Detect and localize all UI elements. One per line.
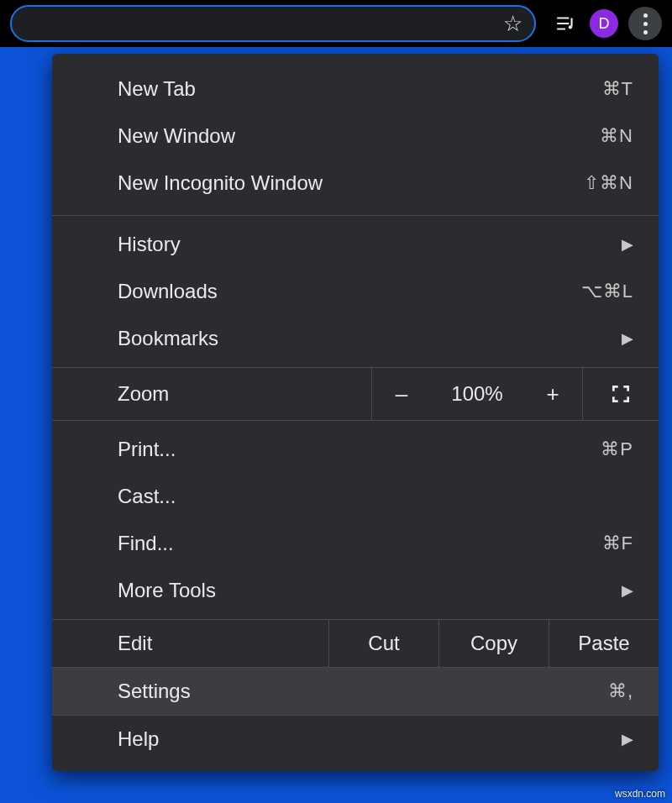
menu-label: Settings xyxy=(118,680,191,703)
menu-item-edit: Edit Cut Copy Paste xyxy=(52,619,659,668)
address-bar[interactable]: ☆ xyxy=(10,5,536,42)
zoom-value: 100% xyxy=(431,368,523,420)
avatar-letter: D xyxy=(599,15,610,33)
menu-label: New Window xyxy=(118,124,235,148)
submenu-arrow-icon: ▶ xyxy=(622,581,633,600)
menu-shortcut: ⌥⌘L xyxy=(581,281,633,302)
menu-shortcut: ⇧⌘N xyxy=(584,172,633,194)
edit-paste-button[interactable]: Paste xyxy=(549,620,659,667)
media-controls-icon[interactable] xyxy=(551,9,580,38)
menu-item-help[interactable]: Help ▶ xyxy=(52,716,659,763)
bookmark-star-icon[interactable]: ☆ xyxy=(503,11,522,37)
submenu-arrow-icon: ▶ xyxy=(622,235,633,254)
menu-shortcut: ⌘T xyxy=(602,78,633,100)
edit-copy-button[interactable]: Copy xyxy=(438,620,549,667)
fullscreen-button[interactable] xyxy=(582,368,659,420)
svg-point-0 xyxy=(569,25,572,29)
menu-shortcut: ⌘N xyxy=(600,125,633,147)
menu-item-cast[interactable]: Cast... xyxy=(52,473,659,520)
menu-label: Print... xyxy=(118,438,176,461)
menu-label: New Tab xyxy=(118,77,196,101)
menu-item-print[interactable]: Print... ⌘P xyxy=(52,426,659,473)
menu-shortcut: ⌘F xyxy=(602,533,633,554)
browser-overflow-menu: New Tab ⌘T New Window ⌘N New Incognito W… xyxy=(52,54,659,771)
menu-shortcut: ⌘P xyxy=(601,438,633,460)
browser-toolbar: ☆ D xyxy=(0,0,672,47)
watermark: wsxdn.com xyxy=(615,788,665,800)
menu-item-zoom: Zoom – 100% + xyxy=(52,367,659,421)
zoom-label: Zoom xyxy=(52,368,371,420)
menu-label: Cast... xyxy=(118,485,176,508)
menu-label: Help xyxy=(118,727,159,751)
menu-label: More Tools xyxy=(118,579,216,602)
menu-item-new-tab[interactable]: New Tab ⌘T xyxy=(52,66,659,113)
menu-item-settings[interactable]: Settings ⌘, xyxy=(52,668,659,715)
menu-label: Find... xyxy=(118,532,174,555)
menu-label: New Incognito Window xyxy=(118,171,323,195)
edit-cut-button[interactable]: Cut xyxy=(328,620,438,667)
profile-avatar[interactable]: D xyxy=(590,9,618,38)
zoom-in-button[interactable]: + xyxy=(523,368,582,420)
submenu-arrow-icon: ▶ xyxy=(622,730,633,748)
submenu-arrow-icon: ▶ xyxy=(622,329,633,348)
zoom-out-button[interactable]: – xyxy=(371,368,431,420)
edit-label: Edit xyxy=(52,620,328,667)
menu-item-downloads[interactable]: Downloads ⌥⌘L xyxy=(52,268,659,315)
menu-label: Bookmarks xyxy=(118,327,218,350)
menu-item-bookmarks[interactable]: Bookmarks ▶ xyxy=(52,315,659,362)
menu-item-history[interactable]: History ▶ xyxy=(52,221,659,268)
menu-label: Downloads xyxy=(118,280,218,303)
menu-item-new-window[interactable]: New Window ⌘N xyxy=(52,113,659,160)
menu-label: History xyxy=(118,233,181,256)
menu-item-more-tools[interactable]: More Tools ▶ xyxy=(52,567,659,614)
overflow-menu-icon[interactable] xyxy=(628,7,662,40)
menu-shortcut: ⌘, xyxy=(608,680,633,702)
menu-item-find[interactable]: Find... ⌘F xyxy=(52,520,659,567)
menu-item-new-incognito[interactable]: New Incognito Window ⇧⌘N xyxy=(52,160,659,207)
